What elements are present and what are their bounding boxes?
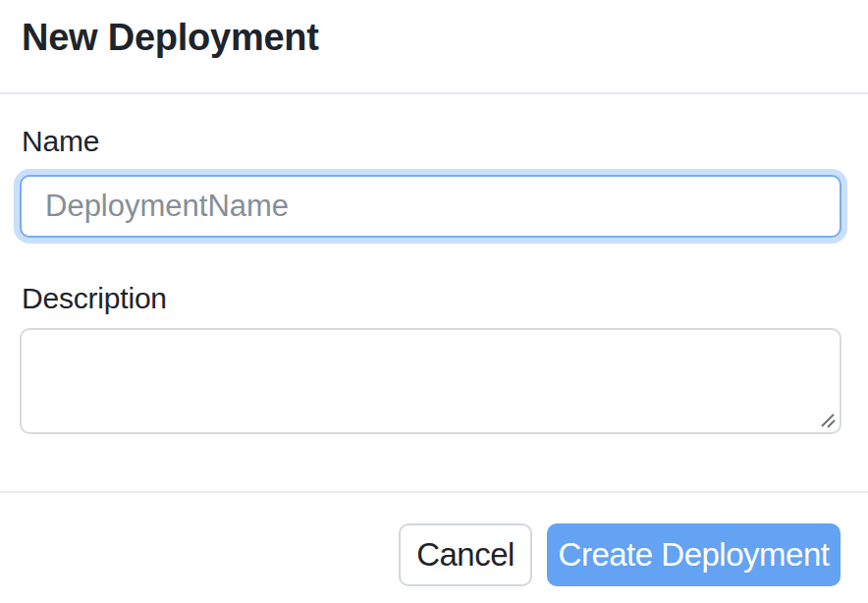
description-label: Description <box>22 281 841 316</box>
name-input[interactable] <box>20 175 841 238</box>
name-label: Name <box>22 124 841 159</box>
dialog-title: New Deployment <box>22 14 846 61</box>
description-textarea[interactable] <box>20 328 841 434</box>
new-deployment-dialog: New Deployment Name Description Cancel C… <box>0 0 868 603</box>
dialog-footer: Cancel Create Deployment <box>0 493 868 586</box>
description-field-wrap <box>20 328 841 434</box>
resize-grip-icon[interactable] <box>819 411 837 429</box>
cancel-button[interactable]: Cancel <box>399 523 532 586</box>
dialog-body: Name Description <box>0 94 868 434</box>
create-deployment-button[interactable]: Create Deployment <box>547 523 841 586</box>
dialog-header: New Deployment <box>0 0 868 94</box>
